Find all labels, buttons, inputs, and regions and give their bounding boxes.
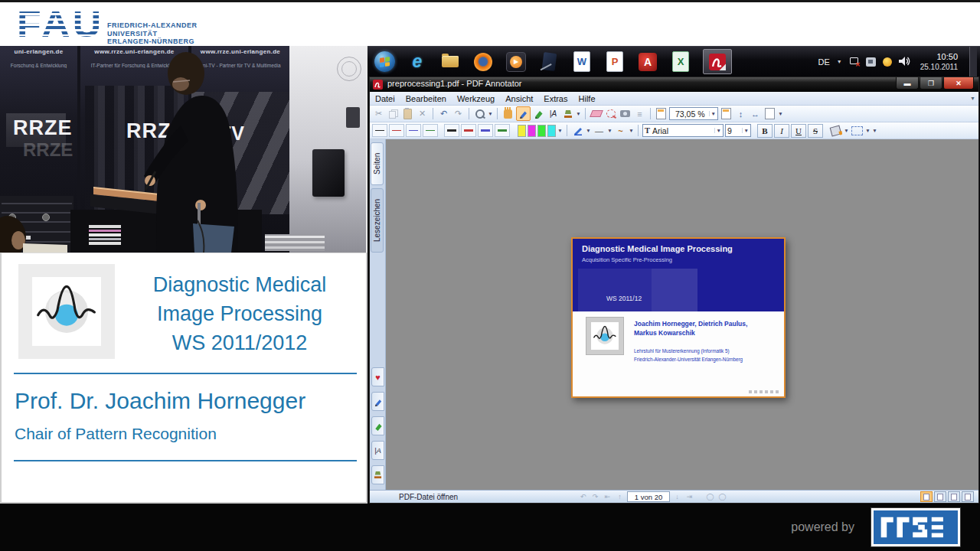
pen-preset-thin-green[interactable] xyxy=(423,124,438,137)
favorite-heart-icon[interactable]: ♥ xyxy=(371,367,384,386)
layout-single-button[interactable] xyxy=(920,491,933,502)
smoothing-icon[interactable]: ~ xyxy=(614,124,627,137)
pen-preset-thick-blue[interactable] xyxy=(478,124,493,137)
highlighter-yellow[interactable] xyxy=(518,125,526,137)
highlighter-magenta[interactable] xyxy=(528,125,536,137)
pen-quick-icon[interactable] xyxy=(371,392,384,411)
menu-ansicht[interactable]: Ansicht xyxy=(500,94,538,103)
volume-icon[interactable] xyxy=(899,57,910,67)
close-button[interactable]: ✕ xyxy=(943,77,974,90)
pen-preset-thick-red[interactable] xyxy=(461,124,476,137)
tab-seiten[interactable]: Seiten xyxy=(371,142,384,185)
internet-explorer-icon[interactable]: e xyxy=(407,51,428,73)
cut-icon[interactable]: ✂ xyxy=(372,107,385,120)
tray-status-icon[interactable] xyxy=(883,57,892,67)
taskbar-clock[interactable]: 10:50 25.10.2011 xyxy=(920,52,958,72)
fill-color-icon[interactable] xyxy=(829,124,842,137)
selection-style-icon[interactable] xyxy=(851,124,864,137)
lines-icon[interactable]: ≡ xyxy=(633,107,646,120)
menu-extras[interactable]: Extras xyxy=(538,94,573,103)
menu-hilfe[interactable]: Hilfe xyxy=(573,94,601,103)
minimize-button[interactable]: ▬ xyxy=(896,77,919,90)
menu-werkzeug[interactable]: Werkzeug xyxy=(452,94,500,103)
media-player-icon[interactable]: ▶ xyxy=(505,51,527,73)
dropdown-icon[interactable]: ▼ xyxy=(778,111,783,116)
window-titlebar[interactable]: preprocessing1.pdf - PDF Annotator ▬ ❐ ✕ xyxy=(370,77,978,92)
highlighter-cyan[interactable] xyxy=(547,125,556,137)
last-page-icon[interactable]: ⇥ xyxy=(684,492,694,501)
start-button[interactable] xyxy=(374,51,395,73)
pen-preset-thick-green[interactable] xyxy=(495,124,510,137)
fit-width-icon[interactable]: ↔ xyxy=(749,107,762,120)
first-page-icon[interactable]: ⇤ xyxy=(603,492,612,501)
dropdown-icon[interactable]: ▼ xyxy=(576,111,581,116)
font-family-combo[interactable]: T Arial ▼ xyxy=(642,124,724,137)
layout-continuous-button[interactable] xyxy=(934,491,946,502)
zoom-level-combo[interactable]: 73,05 % ▼ xyxy=(669,107,718,120)
word-icon[interactable]: W xyxy=(571,51,593,73)
stamp-quick-icon[interactable] xyxy=(371,465,384,484)
pdf-slide-page[interactable]: Diagnostic Medical Image Processing Acqu… xyxy=(571,237,786,398)
pen-color-icon[interactable] xyxy=(571,124,584,137)
lasso-icon[interactable] xyxy=(604,107,617,120)
strikethrough-button[interactable]: S xyxy=(808,124,823,138)
history-back-icon[interactable]: ↶ xyxy=(578,492,588,501)
menu-datei[interactable]: Datei xyxy=(370,94,400,103)
hand-tool-icon[interactable] xyxy=(501,107,514,120)
search-icon[interactable] xyxy=(473,107,486,120)
text-tool-icon[interactable]: |A xyxy=(547,107,560,120)
actual-size-icon[interactable] xyxy=(763,107,776,120)
action-center-flag-icon[interactable] xyxy=(849,57,859,67)
excel-icon[interactable]: X xyxy=(670,51,691,73)
zoom-out-icon[interactable]: ◯ xyxy=(705,492,715,501)
show-desktop-button[interactable] xyxy=(969,47,977,77)
tray-expand-icon[interactable]: ▼ xyxy=(837,59,842,64)
toolbar-overflow-icon[interactable]: ▼ xyxy=(970,96,978,101)
file-explorer-icon[interactable] xyxy=(439,51,461,73)
firefox-icon[interactable] xyxy=(472,51,494,73)
paste-icon[interactable] xyxy=(401,107,414,120)
pen-preset-thin-red[interactable] xyxy=(389,124,404,137)
delete-icon[interactable]: ✕ xyxy=(416,107,429,120)
powerpoint-icon[interactable]: P xyxy=(604,51,626,73)
layout-book-button[interactable] xyxy=(962,491,974,502)
eraser-icon[interactable] xyxy=(590,107,603,120)
document-area[interactable]: Diagnostic Medical Image Processing Acqu… xyxy=(386,139,978,490)
menu-bearbeiten[interactable]: Bearbeiten xyxy=(400,94,452,103)
dropdown-icon[interactable]: ▼ xyxy=(607,128,612,133)
font-size-combo[interactable]: 9 ▼ xyxy=(725,124,751,137)
marker-tool-icon[interactable] xyxy=(532,107,545,120)
marker-quick-icon[interactable] xyxy=(371,416,384,435)
next-page-icon[interactable]: ↓ xyxy=(672,492,682,501)
dropdown-icon[interactable]: ▼ xyxy=(844,128,849,133)
bold-button[interactable]: B xyxy=(757,124,773,138)
pen-preset-thin-black[interactable] xyxy=(372,124,387,137)
dropdown-icon[interactable]: ▼ xyxy=(557,128,563,133)
copy-icon[interactable] xyxy=(387,107,400,120)
language-indicator[interactable]: DE xyxy=(818,57,829,67)
layout-facing-button[interactable] xyxy=(948,491,960,502)
dropdown-icon[interactable]: ▼ xyxy=(586,128,591,133)
notes-app-icon[interactable] xyxy=(538,51,560,73)
maximize-button[interactable]: ❐ xyxy=(920,77,942,90)
underline-button[interactable]: U xyxy=(791,124,806,138)
pen-preset-thick-black[interactable] xyxy=(444,124,459,137)
previous-page-icon[interactable]: ↑ xyxy=(615,492,625,501)
pen-tool-icon[interactable] xyxy=(516,106,531,121)
acrobat-reader-icon[interactable]: A xyxy=(637,51,658,73)
fit-height-icon[interactable]: ↕ xyxy=(734,107,747,120)
dropdown-icon[interactable]: ▼ xyxy=(488,111,493,116)
fit-page-icon[interactable] xyxy=(720,107,733,120)
dropdown-icon[interactable]: ▼ xyxy=(629,128,634,133)
tray-app-icon[interactable] xyxy=(866,57,876,67)
tab-lesezeichen[interactable]: Lesezeichen xyxy=(371,188,384,253)
undo-icon[interactable]: ↶ xyxy=(437,107,450,120)
highlighter-green[interactable] xyxy=(537,125,546,137)
toolbar-overflow-icon[interactable]: ▼ xyxy=(872,128,877,133)
stamp-tool-icon[interactable] xyxy=(561,107,574,120)
pen-preset-thin-blue[interactable] xyxy=(406,124,421,137)
line-style-icon[interactable]: — xyxy=(593,124,606,137)
page-indicator[interactable]: 1 von 20 xyxy=(627,491,670,502)
italic-button[interactable]: I xyxy=(774,124,789,138)
zoom-page-icon[interactable] xyxy=(655,107,668,120)
